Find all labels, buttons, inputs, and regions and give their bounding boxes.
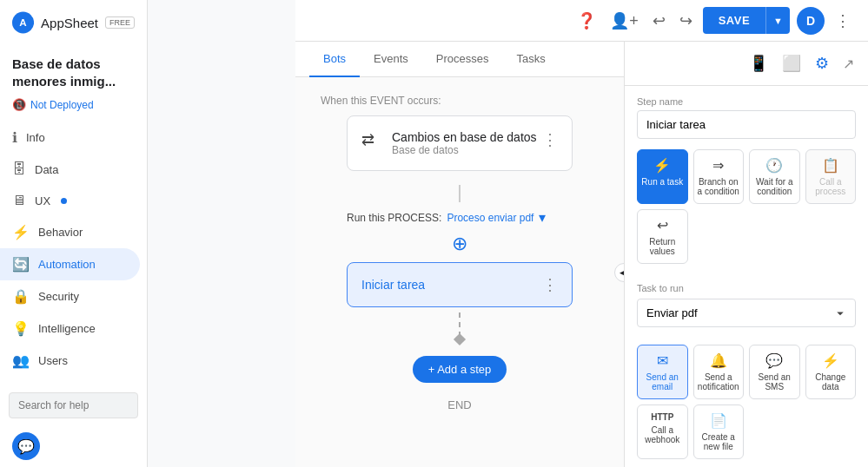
ux-dot bbox=[61, 198, 67, 204]
app-name: Base de datos menores inmig... bbox=[0, 45, 147, 93]
channel-label: Send an SMS bbox=[753, 372, 796, 391]
run-task-icon: ⚡ bbox=[653, 157, 671, 174]
step-type-label: Return values bbox=[641, 237, 684, 256]
sidebar-item-behavior[interactable]: ⚡ Behavior bbox=[0, 216, 140, 248]
sidebar-item-label: UX bbox=[35, 194, 50, 207]
step-name-input[interactable] bbox=[637, 110, 856, 139]
avatar[interactable]: D bbox=[797, 7, 825, 35]
step-type-label: Call a process bbox=[810, 177, 852, 196]
channel-label: Send an email bbox=[641, 372, 684, 391]
deploy-icon: 📵 bbox=[12, 98, 26, 111]
more-options-button[interactable]: ⋮ bbox=[832, 8, 854, 34]
sidebar-search-container bbox=[9, 392, 138, 418]
intelligence-icon: 💡 bbox=[12, 320, 30, 337]
tab-bots[interactable]: Bots bbox=[309, 42, 360, 77]
dashed-connector bbox=[321, 312, 599, 344]
header: ❓ 👤+ ↩ ↪ SAVE ▼ D ⋮ bbox=[295, 0, 868, 42]
deploy-status-label: Not Deployed bbox=[30, 99, 94, 111]
email-icon: ✉ bbox=[657, 352, 668, 369]
bot-canvas: ◀ When this EVENT occurs: ⇄ Cambios en b… bbox=[295, 77, 624, 467]
redo-button[interactable]: ↪ bbox=[676, 8, 696, 34]
undo-button[interactable]: ↩ bbox=[649, 8, 669, 34]
sidebar-item-security[interactable]: 🔒 Security bbox=[0, 280, 140, 312]
step-type-wait[interactable]: 🕐 Wait for a condition bbox=[749, 149, 800, 204]
channel-sms[interactable]: 💬 Send an SMS bbox=[749, 345, 800, 399]
call-process-icon: 📋 bbox=[822, 157, 839, 174]
channel-change-data[interactable]: ⚡ Change data bbox=[805, 345, 857, 399]
sidebar-item-info[interactable]: ℹ Info bbox=[0, 122, 140, 154]
channel-label: Create a new file bbox=[698, 432, 740, 451]
sidebar-item-label: Intelligence bbox=[38, 322, 96, 335]
add-step-btn-container: + Add a step bbox=[321, 349, 599, 390]
step-type-label: Wait for a condition bbox=[753, 177, 796, 196]
sidebar-item-label: Behavior bbox=[38, 226, 83, 239]
main-content: Bots Events Processes Tasks ◀ When this … bbox=[295, 42, 868, 467]
notification-icon: 🔔 bbox=[710, 352, 727, 369]
event-card-subtitle: Base de datos bbox=[392, 144, 537, 156]
process-dropdown-icon[interactable]: ▾ bbox=[539, 209, 546, 226]
task-card[interactable]: Iniciar tarea ⋮ bbox=[347, 262, 573, 307]
tablet-view-icon[interactable]: ⬜ bbox=[779, 50, 805, 76]
save-button[interactable]: SAVE bbox=[703, 7, 765, 34]
chat-button[interactable]: 💬 bbox=[12, 432, 40, 460]
tabs: Bots Events Processes Tasks bbox=[295, 42, 624, 77]
process-section: Run this PROCESS: Proceso enviar pdf ▾ bbox=[347, 209, 573, 226]
channel-new-file[interactable]: 📄 Create a new file bbox=[693, 405, 745, 459]
event-card-menu-icon[interactable]: ⋮ bbox=[542, 130, 558, 149]
sidebar-item-label: Users bbox=[38, 354, 68, 367]
sidebar-item-data[interactable]: 🗄 Data bbox=[0, 154, 140, 185]
save-dropdown-button[interactable]: ▼ bbox=[765, 7, 790, 34]
right-panel-icons: 📱 ⬜ ⚙ ↗ bbox=[625, 42, 868, 86]
change-data-icon: ⚡ bbox=[822, 352, 839, 369]
add-user-button[interactable]: 👤+ bbox=[606, 8, 642, 34]
sidebar-item-label: Security bbox=[38, 290, 79, 303]
channel-label: Call a webhook bbox=[641, 425, 684, 444]
tab-events[interactable]: Events bbox=[360, 42, 422, 77]
right-panel: 📱 ⬜ ⚙ ↗ Step name ⚡ Run a task ⇒ Branch … bbox=[625, 42, 868, 467]
event-card-title: Cambios en base de datos bbox=[392, 130, 537, 144]
add-step-circle[interactable]: ⊕ bbox=[321, 233, 599, 255]
tab-processes[interactable]: Processes bbox=[422, 42, 503, 77]
sidebar-item-manage[interactable]: ⚙ Manage bbox=[0, 377, 140, 385]
wait-icon: 🕐 bbox=[765, 157, 783, 174]
collapse-arrow[interactable]: ◀ bbox=[614, 263, 624, 282]
task-card-menu-icon[interactable]: ⋮ bbox=[542, 275, 558, 294]
sidebar-item-users[interactable]: 👥 Users bbox=[0, 345, 140, 377]
new-file-icon: 📄 bbox=[710, 412, 727, 429]
external-link-icon[interactable]: ↗ bbox=[839, 52, 858, 76]
behavior-icon: ⚡ bbox=[12, 224, 30, 240]
channel-webhook[interactable]: HTTP Call a webhook bbox=[637, 405, 688, 459]
step-type-grid: ⚡ Run a task ⇒ Branch on a condition 🕐 W… bbox=[625, 149, 868, 274]
search-input[interactable] bbox=[9, 392, 138, 418]
channel-label: Change data bbox=[810, 372, 852, 391]
help-button[interactable]: ❓ bbox=[573, 8, 600, 34]
tab-tasks[interactable]: Tasks bbox=[502, 42, 559, 77]
settings-icon[interactable]: ⚙ bbox=[812, 50, 832, 76]
channel-email[interactable]: ✉ Send an email bbox=[637, 345, 688, 399]
end-label: END bbox=[321, 398, 599, 411]
process-name[interactable]: Proceso enviar pdf bbox=[447, 212, 533, 224]
step-type-branch[interactable]: ⇒ Branch on a condition bbox=[693, 149, 745, 204]
sidebar-item-intelligence[interactable]: 💡 Intelligence bbox=[0, 312, 140, 345]
app-logo-text: AppSheet bbox=[41, 16, 98, 30]
sidebar-item-label: Info bbox=[26, 131, 45, 144]
step-name-label: Step name bbox=[637, 96, 856, 107]
sidebar-item-automation[interactable]: 🔄 Automation bbox=[0, 248, 140, 280]
step-type-return-values[interactable]: ↩ Return values bbox=[637, 209, 688, 264]
add-step-button[interactable]: + Add a step bbox=[413, 356, 507, 383]
step-type-label: Run a task bbox=[641, 177, 683, 187]
webhook-icon: HTTP bbox=[651, 412, 673, 422]
info-icon: ℹ bbox=[12, 129, 17, 146]
channel-label: Send a notification bbox=[698, 372, 740, 391]
event-card[interactable]: ⇄ Cambios en base de datos Base de datos… bbox=[347, 115, 573, 171]
sidebar-item-ux[interactable]: 🖥 UX bbox=[0, 185, 140, 216]
sidebar-item-label: Automation bbox=[38, 258, 96, 271]
task-to-run-select[interactable]: Enviar pdf bbox=[637, 299, 856, 327]
mobile-view-icon[interactable]: 📱 bbox=[745, 50, 772, 76]
deploy-status[interactable]: 📵 Not Deployed bbox=[0, 93, 147, 122]
channel-notification[interactable]: 🔔 Send a notification bbox=[693, 345, 745, 399]
step-type-run-task[interactable]: ⚡ Run a task bbox=[637, 149, 688, 204]
ux-icon: 🖥 bbox=[12, 193, 26, 208]
process-label: Run this PROCESS: bbox=[347, 212, 441, 224]
sidebar: A AppSheet FREE Base de datos menores in… bbox=[0, 0, 148, 467]
